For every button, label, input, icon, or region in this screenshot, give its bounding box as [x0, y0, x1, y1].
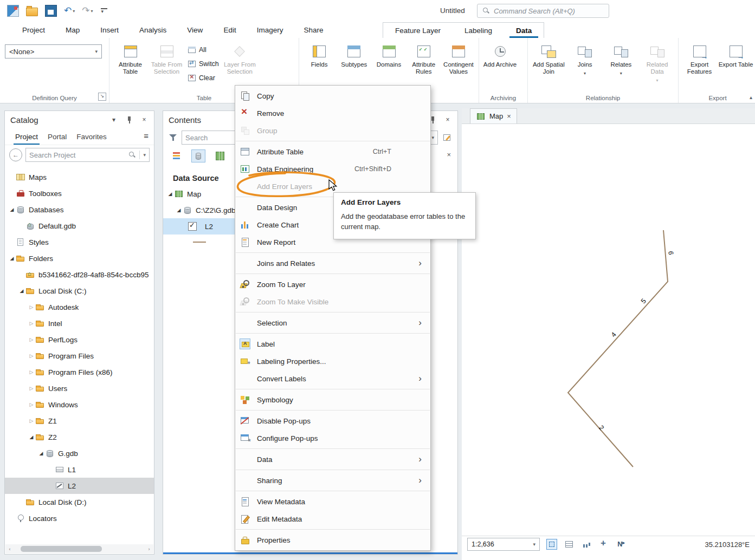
catalog-tree-item[interactable]: Styles: [5, 234, 154, 250]
menu-item[interactable]: Convert Labels: [235, 370, 430, 387]
catalog-tree-item[interactable]: Program Files: [5, 348, 154, 364]
expander-icon[interactable]: [28, 418, 35, 424]
contextual-ribbon-tab[interactable]: Labeling: [453, 23, 504, 38]
menu-item[interactable]: Configure Pop-ups: [235, 429, 430, 447]
catalog-tree-item[interactable]: Program Files (x86): [5, 364, 154, 380]
close-icon[interactable]: ×: [443, 115, 452, 124]
customize-qat-button[interactable]: [99, 4, 109, 18]
menu-item[interactable]: Zoom To Make Visible: [235, 293, 430, 310]
catalog-tree-item[interactable]: G.gdb: [5, 445, 154, 461]
ribbon-button[interactable]: Relates: [603, 40, 640, 76]
ribbon-tab[interactable]: Analysis: [129, 22, 177, 38]
ribbon-small-button[interactable]: All: [185, 43, 222, 56]
expander-icon[interactable]: [175, 207, 183, 213]
save-project-button[interactable]: [43, 4, 59, 18]
catalog-tree-item[interactable]: L2: [5, 478, 154, 494]
expander-icon[interactable]: [28, 321, 35, 326]
ribbon-small-button[interactable]: Switch: [185, 57, 222, 70]
catalog-search-input[interactable]: Search Project ▾: [25, 148, 150, 162]
menu-icon[interactable]: ≡: [144, 131, 149, 140]
catalog-tree-item[interactable]: Z1: [5, 413, 154, 429]
ribbon-button[interactable]: Add Spatial Join: [531, 40, 567, 75]
expander-icon[interactable]: [28, 434, 35, 440]
collapse-ribbon-icon[interactable]: ▴: [750, 94, 752, 100]
scroll-left-icon[interactable]: ‹: [5, 546, 14, 552]
expander-icon[interactable]: [18, 288, 25, 294]
selection-tool-icon[interactable]: [546, 539, 557, 550]
contextual-ribbon-tab[interactable]: Data: [504, 23, 544, 38]
map-scale-select[interactable]: 1:2,636 ▾: [467, 538, 540, 551]
catalog-tree-item[interactable]: Maps: [5, 169, 154, 185]
catalog-tree-item[interactable]: Databases: [5, 201, 154, 218]
catalog-tree-item[interactable]: Users: [5, 380, 154, 396]
chart-icon[interactable]: [581, 539, 592, 550]
ribbon-button[interactable]: Joins: [567, 40, 603, 76]
scrollbar-thumb[interactable]: [21, 546, 102, 552]
catalog-tree-item[interactable]: Intel: [5, 315, 154, 331]
catalog-tree-item[interactable]: b5341662-df28-4af8-854c-bccb95: [5, 266, 154, 283]
catalog-tab[interactable]: Portal: [43, 128, 72, 145]
ribbon-tab[interactable]: Insert: [90, 22, 129, 38]
scroll-right-icon[interactable]: ›: [145, 546, 153, 552]
catalog-tree-item[interactable]: Autodesk: [5, 299, 154, 315]
catalog-tree-item[interactable]: Local Disk (D:): [5, 494, 154, 510]
ribbon-button[interactable]: Domains: [371, 40, 406, 68]
menu-item[interactable]: Data Engineering Ctrl+Shift+D: [235, 160, 430, 178]
menu-item[interactable]: Sharing: [235, 472, 430, 489]
menu-item[interactable]: Copy: [235, 87, 430, 105]
map-canvas[interactable]: 6 5 4 2: [462, 124, 755, 536]
map-tab[interactable]: Map ×: [470, 108, 517, 123]
ribbon-button[interactable]: Fields: [302, 40, 337, 68]
menu-item[interactable]: Edit Metadata: [235, 510, 430, 528]
edit-options-icon[interactable]: [442, 133, 452, 142]
horizontal-scrollbar[interactable]: ‹ ›: [5, 544, 153, 554]
catalog-tree-item[interactable]: Z2: [5, 429, 154, 445]
redo-button[interactable]: ↷▾: [80, 4, 94, 18]
new-project-button[interactable]: [5, 4, 21, 18]
chevron-down-icon[interactable]: ▾: [109, 115, 118, 124]
expander-icon[interactable]: [28, 402, 35, 407]
filter-icon[interactable]: [169, 133, 177, 142]
menu-item[interactable]: Labeling Properties...: [235, 353, 430, 370]
chevron-down-icon[interactable]: ▾: [91, 9, 93, 14]
line-symbol-swatch[interactable]: [193, 242, 206, 243]
catalog-tree-item[interactable]: Default.gdb: [5, 218, 154, 234]
ribbon-button[interactable]: Attribute Table: [112, 40, 149, 75]
attribute-table-icon[interactable]: [564, 539, 575, 550]
menu-item[interactable]: Data: [235, 451, 430, 468]
add-data-icon[interactable]: [598, 539, 609, 550]
list-by-visibility-icon[interactable]: [213, 149, 227, 162]
chevron-down-icon[interactable]: ▾: [73, 9, 75, 14]
expander-icon[interactable]: [37, 451, 45, 456]
command-search-input[interactable]: Command Search (Alt+Q): [477, 4, 609, 18]
menu-item[interactable]: Selection: [235, 314, 430, 331]
menu-item[interactable]: Properties: [235, 531, 430, 549]
open-project-button[interactable]: [24, 4, 40, 18]
expander-icon[interactable]: [28, 386, 35, 391]
ribbon-button[interactable]: Layer From Selection: [222, 40, 258, 75]
ribbon-button[interactable]: Add Archive: [482, 40, 518, 68]
menu-item[interactable]: Disable Pop-ups: [235, 412, 430, 429]
menu-item[interactable]: Label: [235, 335, 430, 353]
expander-icon[interactable]: [166, 191, 174, 197]
chevron-down-icon[interactable]: ▾: [143, 152, 146, 158]
close-icon[interactable]: ×: [447, 151, 451, 159]
ribbon-button[interactable]: Related Data: [639, 40, 675, 83]
ribbon-tab[interactable]: Imagery: [247, 22, 294, 38]
north-arrow-icon[interactable]: N: [616, 539, 627, 550]
definition-query-select[interactable]: <None> ▾: [5, 44, 102, 58]
menu-item[interactable]: Remove: [235, 105, 430, 122]
ribbon-button[interactable]: Subtypes: [337, 40, 371, 68]
catalog-tree-item[interactable]: Toolboxes: [5, 185, 154, 201]
ribbon-tab[interactable]: View: [177, 22, 213, 38]
ribbon-button[interactable]: Export Table: [718, 40, 754, 68]
catalog-tree-item[interactable]: Windows: [5, 396, 154, 413]
list-by-data-source-icon[interactable]: [191, 149, 205, 162]
layer-visibility-checkbox[interactable]: [188, 222, 197, 231]
chevron-down-icon[interactable]: ▾: [431, 135, 434, 140]
ribbon-button[interactable]: Table From Selection: [149, 40, 185, 75]
menu-item[interactable]: Symbology: [235, 391, 430, 408]
catalog-tab[interactable]: Project: [10, 128, 43, 145]
ribbon-button[interactable]: Attribute Rules: [406, 40, 441, 75]
menu-item[interactable]: View Metadata: [235, 493, 430, 510]
